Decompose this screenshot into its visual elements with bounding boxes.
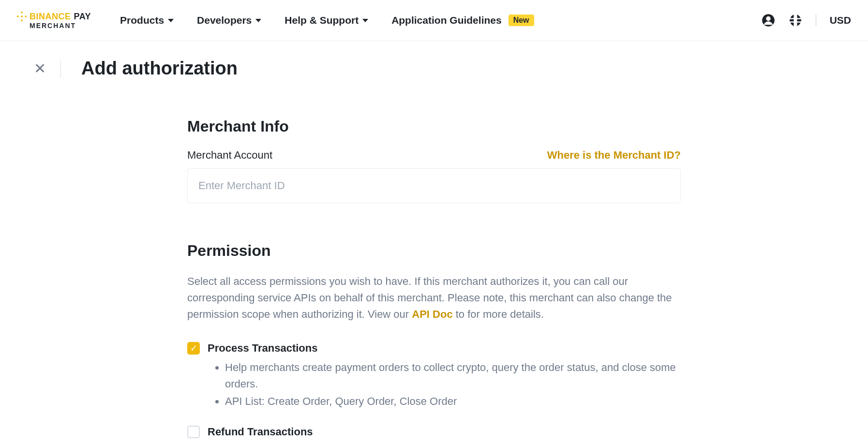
- svg-rect-3: [25, 15, 27, 18]
- svg-rect-2: [17, 15, 19, 18]
- top-header: BINANCE PAY MERCHANT Products Developers…: [0, 0, 868, 41]
- page-body: ✕ Add authorization Merchant Info Mercha…: [0, 41, 868, 438]
- main-nav: Products Developers Help & Support Appli…: [120, 15, 534, 26]
- svg-rect-4: [21, 15, 23, 18]
- checkbox-process-transactions[interactable]: ✓: [187, 342, 200, 355]
- account-icon[interactable]: [762, 14, 775, 27]
- nav-guidelines-label: Application Guidelines: [391, 15, 502, 26]
- merchant-account-label-row: Merchant Account Where is the Merchant I…: [187, 149, 681, 162]
- permission-section: Permission Select all access permissions…: [187, 242, 681, 438]
- permission-desc-suffix: to for more details.: [453, 308, 544, 320]
- logo-product-text: PAY: [74, 12, 91, 22]
- divider: [816, 15, 816, 26]
- permission-bullet: Help merchants create payment orders to …: [225, 359, 681, 392]
- logo[interactable]: BINANCE PAY MERCHANT: [17, 12, 91, 30]
- nav-application-guidelines[interactable]: Application Guidelines New: [391, 15, 534, 26]
- merchant-info-title: Merchant Info: [187, 118, 681, 135]
- permission-item-title: Process Transactions: [208, 342, 317, 355]
- page-title: Add authorization: [81, 58, 238, 79]
- nav-products[interactable]: Products: [120, 15, 174, 26]
- logo-sub-text: MERCHANT: [30, 22, 91, 30]
- permission-description: Select all access permissions you wish t…: [187, 273, 681, 323]
- api-doc-link[interactable]: API Doc: [412, 308, 452, 320]
- permission-bullet: API List: Create Order, Query Order, Clo…: [225, 393, 681, 410]
- svg-rect-1: [21, 19, 23, 21]
- permission-refund-transactions: Refund Transactions: [187, 426, 681, 438]
- merchant-info-section: Merchant Info Merchant Account Where is …: [187, 118, 681, 203]
- content: Merchant Info Merchant Account Where is …: [187, 79, 681, 438]
- chevron-down-icon: [255, 19, 261, 22]
- header-right: USD: [762, 14, 851, 27]
- divider: [60, 60, 61, 77]
- checkbox-refund-transactions[interactable]: [187, 426, 200, 438]
- where-is-merchant-id-link[interactable]: Where is the Merchant ID?: [547, 149, 681, 162]
- binance-logo-icon: [17, 12, 27, 21]
- nav-help-label: Help & Support: [284, 15, 359, 26]
- merchant-account-label: Merchant Account: [187, 149, 272, 162]
- new-badge: New: [509, 15, 534, 26]
- nav-developers[interactable]: Developers: [197, 15, 261, 26]
- svg-point-6: [766, 16, 770, 21]
- nav-developers-label: Developers: [197, 15, 252, 26]
- logo-brand-text: BINANCE: [30, 12, 71, 22]
- nav-help-support[interactable]: Help & Support: [284, 15, 368, 26]
- merchant-id-input[interactable]: [187, 168, 681, 203]
- close-icon[interactable]: ✕: [34, 60, 46, 77]
- chevron-down-icon: [168, 19, 174, 22]
- permission-item-title: Refund Transactions: [208, 426, 313, 438]
- permission-item-bullets: Help merchants create payment orders to …: [187, 359, 681, 410]
- permission-process-transactions: ✓ Process Transactions Help merchants cr…: [187, 342, 681, 410]
- globe-icon[interactable]: [789, 14, 802, 27]
- chevron-down-icon: [362, 19, 368, 22]
- page-header: ✕ Add authorization: [34, 58, 834, 79]
- check-icon: ✓: [190, 344, 197, 353]
- svg-rect-0: [21, 12, 23, 14]
- permission-title: Permission: [187, 242, 681, 260]
- nav-products-label: Products: [120, 15, 164, 26]
- currency-selector[interactable]: USD: [830, 15, 851, 26]
